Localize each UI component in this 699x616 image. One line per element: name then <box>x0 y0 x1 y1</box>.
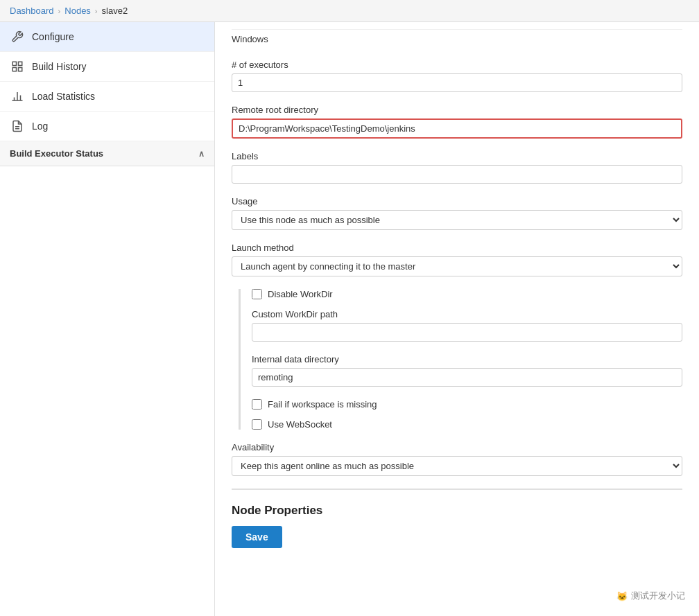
breadcrumb-sep-1: › <box>58 7 61 15</box>
usage-label: Usage <box>232 196 682 206</box>
build-executor-status-label: Build Executor Status <box>10 148 103 159</box>
fail-workspace-label: Fail if workspace is missing <box>268 399 377 410</box>
svg-rect-1 <box>19 62 22 65</box>
remote-root-label: Remote root directory <box>232 105 682 115</box>
fail-workspace-checkbox[interactable] <box>252 399 262 410</box>
fail-workspace-row: Fail if workspace is missing <box>252 399 682 410</box>
wrench-icon <box>10 29 25 44</box>
internal-data-group: Internal data directory <box>252 354 682 387</box>
main-content: Windows # of executors Remote root direc… <box>215 22 699 616</box>
breadcrumb: Dashboard › Nodes › slave2 <box>0 0 699 22</box>
chevron-up-icon: ∧ <box>198 149 205 159</box>
breadcrumb-dashboard[interactable]: Dashboard <box>10 6 54 16</box>
sidebar-item-build-history[interactable]: Build History <box>0 52 214 82</box>
svg-rect-3 <box>12 68 16 71</box>
launch-sub-section: Disable WorkDir Custom WorkDir path Inte… <box>239 289 682 430</box>
use-websocket-row: Use WebSocket <box>252 419 682 430</box>
disable-workdir-checkbox[interactable] <box>252 289 262 299</box>
breadcrumb-nodes[interactable]: Nodes <box>64 6 91 16</box>
svg-rect-0 <box>12 62 16 65</box>
custom-workdir-input[interactable] <box>252 323 682 342</box>
usage-group: Usage Use this node as much as possible <box>232 196 682 230</box>
sidebar-item-log[interactable]: Log <box>0 112 214 141</box>
sidebar-item-configure[interactable]: Configure <box>0 22 214 52</box>
save-button[interactable]: Save <box>232 526 282 548</box>
labels-input[interactable] <box>232 165 682 184</box>
sidebar-item-load-statistics[interactable]: Load Statistics <box>0 82 214 112</box>
internal-data-label: Internal data directory <box>252 354 682 364</box>
sidebar-load-statistics-label: Load Statistics <box>32 91 95 102</box>
doc-icon <box>10 118 25 134</box>
windows-label: Windows <box>232 29 682 47</box>
list-icon <box>10 59 25 74</box>
custom-workdir-label: Custom WorkDir path <box>252 309 682 319</box>
labels-group: Labels <box>232 151 682 184</box>
sidebar-log-label: Log <box>32 121 48 132</box>
node-properties-title: Node Properties <box>232 504 682 518</box>
executors-input[interactable] <box>232 73 682 92</box>
use-websocket-checkbox[interactable] <box>252 419 262 430</box>
executors-group: # of executors <box>232 60 682 92</box>
svg-rect-2 <box>19 68 22 71</box>
availability-label: Availability <box>232 442 682 452</box>
internal-data-input[interactable] <box>252 368 682 387</box>
sidebar-build-history-label: Build History <box>32 61 87 72</box>
labels-label: Labels <box>232 151 682 161</box>
remote-root-input[interactable] <box>232 118 682 139</box>
sidebar-configure-label: Configure <box>32 31 74 42</box>
breadcrumb-sep-2: › <box>95 7 98 15</box>
breadcrumb-current: slave2 <box>102 6 128 16</box>
availability-group: Availability Keep this agent online as m… <box>232 442 682 476</box>
sidebar: Configure Build History Load Statist <box>0 22 215 616</box>
launch-method-select[interactable]: Launch agent by connecting it to the mas… <box>232 256 682 276</box>
chart-icon <box>10 89 25 104</box>
remote-root-group: Remote root directory <box>232 105 682 139</box>
use-websocket-label: Use WebSocket <box>268 419 332 430</box>
custom-workdir-group: Custom WorkDir path <box>252 309 682 342</box>
disable-workdir-row: Disable WorkDir <box>252 289 682 299</box>
disable-workdir-label: Disable WorkDir <box>268 289 333 299</box>
availability-select[interactable]: Keep this agent online as much as possib… <box>232 456 682 476</box>
executors-label: # of executors <box>232 60 682 70</box>
launch-method-label: Launch method <box>232 243 682 253</box>
usage-select[interactable]: Use this node as much as possible <box>232 210 682 230</box>
launch-method-group: Launch method Launch agent by connecting… <box>232 243 682 276</box>
build-executor-status-header[interactable]: Build Executor Status ∧ <box>0 141 214 166</box>
